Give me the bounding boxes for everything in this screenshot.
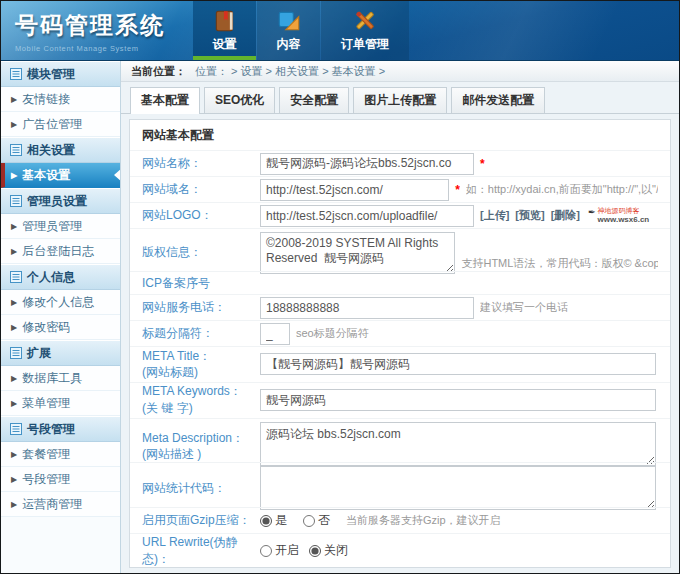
sidebar-item-segment-management[interactable]: ▶号段管理 bbox=[1, 467, 120, 492]
sidebar-item-login-log[interactable]: ▶后台登陆日志 bbox=[1, 239, 120, 264]
sidebar-item-ad-management[interactable]: ▶广告位管理 bbox=[1, 112, 120, 137]
section-title: 相关设置 bbox=[27, 142, 75, 159]
url-rewrite-off-label: 关闭 bbox=[324, 542, 348, 559]
gzip-radio-yes[interactable]: 是 bbox=[260, 512, 287, 529]
list-icon bbox=[10, 271, 22, 283]
preview-link[interactable]: [预览] bbox=[515, 208, 544, 223]
sidebar-item-edit-profile[interactable]: ▶修改个人信息 bbox=[1, 290, 120, 315]
site-domain-row: 网站域名： * 如：http://xydai.cn,前面要加"http://",… bbox=[130, 176, 670, 202]
title-separator-input[interactable] bbox=[260, 323, 290, 345]
meta-title-row: META Title： (网站标题) bbox=[130, 346, 670, 382]
url-rewrite-off-input[interactable] bbox=[309, 545, 321, 557]
gzip-yes-label: 是 bbox=[275, 512, 287, 529]
breadcrumb: 当前位置： 位置： > 设置 > 相关设置 > 基本设置 > bbox=[121, 61, 679, 82]
app-window: 号码管理系统 Mobile Content Manage System 设置 内… bbox=[0, 0, 680, 574]
nav-tab-orders[interactable]: 订单管理 bbox=[321, 1, 409, 60]
tab-mail-send[interactable]: 邮件发送配置 bbox=[451, 87, 545, 113]
meta-keywords-input[interactable] bbox=[260, 389, 656, 411]
sidebar-section-modules: 模块管理 bbox=[1, 61, 120, 87]
tab-seo[interactable]: SEO优化 bbox=[204, 87, 275, 113]
triangle-icon: ▶ bbox=[11, 222, 17, 231]
service-phone-label: 网站服务电话： bbox=[142, 299, 260, 316]
gzip-row: 启用页面Gzip压缩： 是 否 当前服务器支持Gzip，建议开启 bbox=[130, 507, 670, 533]
item-label: 广告位管理 bbox=[22, 116, 82, 133]
delete-link[interactable]: [删除] bbox=[551, 208, 580, 223]
tab-basic-config[interactable]: 基本配置 bbox=[130, 87, 200, 114]
sidebar-item-friendly-links[interactable]: ▶友情链接 bbox=[1, 87, 120, 112]
item-label: 管理员管理 bbox=[22, 218, 82, 235]
breadcrumb-path: 位置： > 设置 > 相关设置 > 基本设置 > bbox=[195, 64, 385, 79]
sidebar-item-database-tools[interactable]: ▶数据库工具 bbox=[1, 366, 120, 391]
url-rewrite-on-label: 开启 bbox=[275, 542, 299, 559]
sidebar-item-basic-settings[interactable]: ▶基本设置 bbox=[1, 163, 120, 188]
sidebar-section-admin-settings: 管理员设置 bbox=[1, 188, 120, 214]
copyright-label: 版权信息： bbox=[142, 232, 260, 261]
sidebar-item-admin-management[interactable]: ▶管理员管理 bbox=[1, 214, 120, 239]
url-rewrite-on-input[interactable] bbox=[260, 545, 272, 557]
list-icon bbox=[10, 347, 22, 359]
meta-keywords-label-line1: META Keywords： bbox=[142, 383, 260, 400]
nav-tab-label: 订单管理 bbox=[341, 36, 389, 53]
gzip-no-label: 否 bbox=[318, 512, 330, 529]
nav-tab-content[interactable]: 内容 bbox=[257, 1, 320, 60]
gzip-radio-no[interactable]: 否 bbox=[303, 512, 330, 529]
meta-description-textarea[interactable]: 源码论坛 bbs.52jscn.com bbox=[260, 422, 656, 466]
site-name-label: 网站名称： bbox=[142, 155, 260, 172]
site-logo-label: 网站LOGO： bbox=[142, 207, 260, 224]
site-logo-input[interactable] bbox=[260, 205, 474, 227]
upload-link[interactable]: [上传] bbox=[480, 208, 509, 223]
meta-description-label-line2: (网站描述 ) bbox=[142, 446, 260, 463]
triangle-icon: ▶ bbox=[11, 500, 17, 509]
sidebar-item-menu-management[interactable]: ▶菜单管理 bbox=[1, 391, 120, 416]
breadcrumb-prefix: 当前位置： bbox=[131, 64, 186, 79]
meta-title-label: META Title： (网站标题) bbox=[142, 348, 260, 382]
item-label: 数据库工具 bbox=[22, 370, 82, 387]
meta-title-input[interactable] bbox=[260, 353, 656, 375]
list-icon bbox=[10, 68, 22, 80]
gzip-label: 启用页面Gzip压缩： bbox=[142, 512, 260, 529]
nav-tab-label: 内容 bbox=[277, 36, 301, 53]
url-rewrite-row: URL Rewrite(伪静态)： 开启 关闭 bbox=[130, 533, 670, 567]
sidebar-item-carrier-management[interactable]: ▶运营商管理 bbox=[1, 492, 120, 517]
url-rewrite-radio-on[interactable]: 开启 bbox=[260, 542, 299, 559]
copyright-row: 版权信息： ©2008-2019 SYSTEM All Rights Reser… bbox=[130, 228, 670, 271]
stats-code-row: 网站统计代码： bbox=[130, 462, 670, 507]
meta-title-label-line1: META Title： bbox=[142, 348, 260, 365]
tab-security[interactable]: 安全配置 bbox=[279, 87, 349, 113]
list-icon bbox=[10, 195, 22, 207]
triangle-icon: ▶ bbox=[11, 120, 17, 129]
tab-image-upload[interactable]: 图片上传配置 bbox=[353, 87, 447, 113]
stats-code-textarea[interactable] bbox=[260, 466, 656, 510]
gzip-radio-yes-input[interactable] bbox=[260, 515, 272, 527]
app-logo: 号码管理系统 Mobile Content Manage System bbox=[1, 1, 193, 60]
required-asterisk: * bbox=[455, 183, 460, 197]
triangle-icon: ▶ bbox=[11, 475, 17, 484]
gzip-radio-no-input[interactable] bbox=[303, 515, 315, 527]
sidebar-section-extensions: 扩展 bbox=[1, 340, 120, 366]
list-icon bbox=[10, 423, 22, 435]
icp-label: ICP备案序号 bbox=[142, 275, 260, 292]
meta-description-label-line1: Meta Description： bbox=[142, 430, 260, 447]
item-label: 基本设置 bbox=[22, 167, 70, 184]
app-title: 号码管理系统 bbox=[15, 10, 193, 41]
sidebar: 模块管理 ▶友情链接 ▶广告位管理 相关设置 ▶基本设置 管理员设置 ▶管理员管… bbox=[1, 61, 121, 573]
nav-tab-settings[interactable]: 设置 bbox=[193, 1, 256, 60]
url-rewrite-radio-off[interactable]: 关闭 bbox=[309, 542, 348, 559]
sidebar-item-change-password[interactable]: ▶修改密码 bbox=[1, 315, 120, 340]
app-header: 号码管理系统 Mobile Content Manage System 设置 内… bbox=[1, 1, 679, 61]
sidebar-item-package-management[interactable]: ▶套餐管理 bbox=[1, 442, 120, 467]
gzip-hint: 当前服务器支持Gzip，建议开启 bbox=[346, 513, 501, 528]
item-label: 号段管理 bbox=[22, 471, 70, 488]
section-title: 管理员设置 bbox=[27, 193, 87, 210]
site-name-input[interactable] bbox=[260, 153, 474, 175]
url-rewrite-label: URL Rewrite(伪静态)： bbox=[142, 534, 260, 568]
copyright-textarea[interactable]: ©2008-2019 SYSTEM All Rights Reserved 靓号… bbox=[260, 232, 455, 274]
meta-description-label: Meta Description： (网站描述 ) bbox=[142, 422, 260, 464]
main-content: 当前位置： 位置： > 设置 > 相关设置 > 基本设置 > 基本配置 SEO优… bbox=[121, 61, 679, 573]
top-nav: 设置 内容 订单管理 bbox=[193, 1, 410, 60]
meta-description-row: Meta Description： (网站描述 ) 源码论坛 bbs.52jsc… bbox=[130, 418, 670, 463]
triangle-icon: ▶ bbox=[11, 171, 17, 180]
service-phone-input[interactable] bbox=[260, 297, 474, 319]
site-domain-input[interactable] bbox=[260, 179, 449, 201]
list-icon bbox=[10, 144, 22, 156]
